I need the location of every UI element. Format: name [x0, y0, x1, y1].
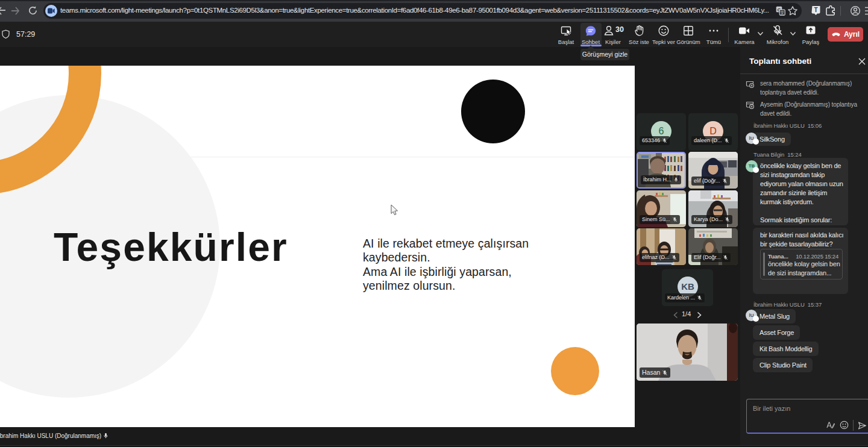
svg-text:文: 文 [780, 10, 784, 15]
svg-text:T: T [814, 7, 818, 13]
